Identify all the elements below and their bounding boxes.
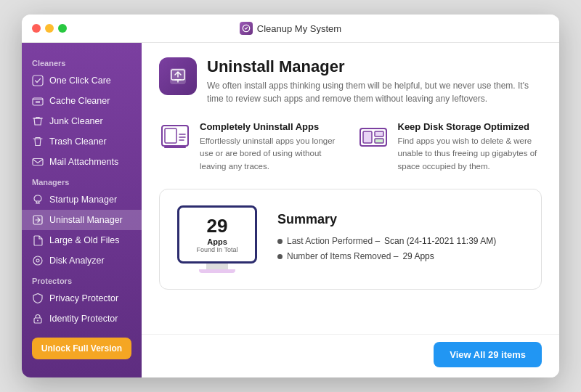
- disk-feature-icon: [359, 123, 388, 152]
- uninstall-feature-icon: [161, 123, 190, 152]
- apps-sublabel: Found In Total: [197, 246, 238, 253]
- svg-point-9: [37, 320, 38, 322]
- feature-icon-uninstall: [159, 121, 191, 153]
- svg-rect-1: [33, 75, 43, 86]
- envelope-icon: [32, 156, 44, 168]
- svg-point-7: [36, 259, 39, 262]
- shield-icon: [32, 293, 44, 304]
- minimize-button[interactable]: [45, 24, 54, 33]
- sidebar: Cleaners One Click Care Cache Cleaner Ju…: [22, 43, 142, 377]
- sidebar-item-label: Mail Attachments: [49, 157, 118, 167]
- protectors-section-label: Protectors: [22, 271, 142, 288]
- sidebar-item-label: One Click Care: [49, 75, 111, 86]
- feature1-desc: Effortlessly uninstall apps you longer u…: [200, 135, 344, 173]
- summary-row2-value: 29 Apps: [402, 251, 434, 261]
- feature-card-disk: Keep Disk Storage Optimized Find apps yo…: [357, 121, 543, 173]
- svg-rect-15: [363, 131, 372, 143]
- sidebar-item-label: Junk Cleaner: [49, 116, 103, 126]
- sidebar-item-uninstall-manager[interactable]: Uninstall Manager: [22, 210, 142, 230]
- feature-text-uninstall: Completely Uninstall Apps Effortlessly u…: [200, 121, 344, 173]
- sidebar-item-label: Identity Protector: [49, 314, 118, 324]
- summary-card: 29 Apps Found In Total Summary Last Acti…: [159, 189, 542, 290]
- app-icon: [240, 22, 253, 35]
- svg-rect-4: [33, 159, 43, 166]
- uninstall-manager-icon: [168, 66, 188, 86]
- sidebar-item-label: Disk Analyzer: [49, 256, 105, 266]
- summary-row-1: Last Action Performed – Scan (24-11-2021…: [277, 236, 524, 246]
- summary-title: Summary: [277, 212, 524, 227]
- disk-icon: [32, 255, 44, 266]
- sidebar-item-privacy-protector[interactable]: Privacy Protector: [22, 288, 142, 309]
- feature-icon-disk: [357, 121, 389, 153]
- monitor-visual: 29 Apps Found In Total: [177, 205, 257, 273]
- sidebar-item-junk-cleaner[interactable]: Junk Cleaner: [22, 111, 142, 131]
- sidebar-item-mail-attachments[interactable]: Mail Attachments: [22, 152, 142, 172]
- summary-row2-label: Number of Items Removed –: [287, 251, 398, 261]
- summary-row1-label: Last Action Performed –: [287, 236, 380, 246]
- traffic-lights: [32, 24, 67, 33]
- page-header-icon: [159, 57, 197, 95]
- page-title: Uninstall Manager: [207, 57, 542, 76]
- monitor-base: [199, 269, 235, 273]
- summary-row-2: Number of Items Removed – 29 Apps: [277, 251, 524, 261]
- sidebar-item-trash-cleaner[interactable]: Trash Cleaner: [22, 131, 142, 152]
- lock-icon: [32, 313, 44, 324]
- sidebar-item-label: Privacy Protector: [49, 293, 118, 303]
- sidebar-item-startup-manager[interactable]: Startup Manager: [22, 189, 142, 210]
- sidebar-footer: Unlock Full Version: [22, 329, 142, 368]
- sidebar-item-one-click-care[interactable]: One Click Care: [22, 70, 142, 91]
- summary-dot: [277, 239, 283, 244]
- svg-rect-3: [36, 102, 40, 103]
- sidebar-item-cache-cleaner[interactable]: Cache Cleaner: [22, 91, 142, 111]
- monitor-screen: 29 Apps Found In Total: [177, 205, 257, 264]
- sidebar-item-disk-analyzer[interactable]: Disk Analyzer: [22, 250, 142, 271]
- trash-icon: [32, 136, 44, 147]
- feature2-desc: Find apps you wish to delete & were unab…: [398, 135, 543, 173]
- circle-check-icon: [32, 75, 44, 86]
- startup-icon: [32, 194, 44, 205]
- feature2-title: Keep Disk Storage Optimized: [398, 121, 543, 132]
- unlock-button[interactable]: Unlock Full Version: [32, 338, 131, 359]
- sidebar-item-label: Large & Old Files: [49, 235, 120, 245]
- window-title: Cleanup My System: [257, 23, 341, 34]
- sidebar-item-label: Cache Cleaner: [49, 96, 110, 106]
- maximize-button[interactable]: [58, 24, 67, 33]
- junk-icon: [32, 115, 44, 127]
- cleaners-section-label: Cleaners: [22, 53, 142, 70]
- page-header-text: Uninstall Manager We often install apps …: [207, 57, 542, 105]
- sidebar-nav: Cleaners One Click Care Cache Cleaner Ju…: [22, 53, 142, 329]
- title-bar: Cleanup My System: [22, 15, 559, 43]
- window-title-area: Cleanup My System: [240, 22, 341, 35]
- page-header: Uninstall Manager We often install apps …: [159, 57, 542, 105]
- page-description: We often install apps thinking using the…: [207, 79, 542, 105]
- content-area: Uninstall Manager We often install apps …: [142, 43, 559, 334]
- apps-count: 29: [207, 215, 228, 237]
- summary-row1-value: Scan (24-11-2021 11:39 AM): [384, 236, 496, 246]
- sidebar-item-large-old-files[interactable]: Large & Old Files: [22, 230, 142, 250]
- apps-label: Apps: [207, 237, 227, 246]
- sidebar-item-label: Uninstall Manager: [49, 215, 123, 225]
- managers-section-label: Managers: [22, 172, 142, 189]
- svg-point-6: [33, 256, 42, 265]
- svg-rect-19: [375, 139, 383, 143]
- feature-card-uninstall: Completely Uninstall Apps Effortlessly u…: [159, 121, 344, 173]
- monitor-stand: [206, 264, 228, 269]
- summary-dot: [277, 254, 283, 259]
- features-row: Completely Uninstall Apps Effortlessly u…: [159, 121, 542, 173]
- app-window: Cleanup My System Cleaners One Click Car…: [22, 15, 559, 377]
- feature-text-disk: Keep Disk Storage Optimized Find apps yo…: [398, 121, 543, 173]
- bottom-bar: View All 29 items: [142, 334, 559, 377]
- archive-icon: [32, 95, 44, 107]
- feature1-title: Completely Uninstall Apps: [200, 121, 344, 132]
- summary-details: Summary Last Action Performed – Scan (24…: [277, 212, 524, 266]
- file-icon: [32, 234, 44, 246]
- main-content: Cleaners One Click Care Cache Cleaner Ju…: [22, 43, 559, 377]
- view-all-button[interactable]: View All 29 items: [434, 342, 542, 367]
- svg-rect-17: [375, 131, 383, 136]
- sidebar-item-label: Trash Cleaner: [49, 136, 107, 147]
- sidebar-item-identity-protector[interactable]: Identity Protector: [22, 309, 142, 329]
- svg-rect-13: [165, 128, 176, 143]
- sidebar-item-label: Startup Manager: [49, 195, 117, 205]
- close-button[interactable]: [32, 24, 41, 33]
- uninstall-icon: [32, 214, 44, 226]
